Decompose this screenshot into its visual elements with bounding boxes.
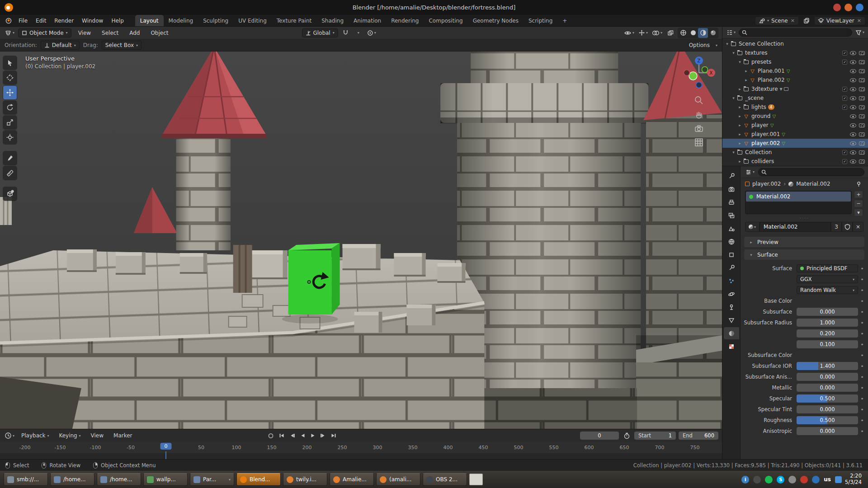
- checkbox-icon[interactable]: ✓: [842, 105, 847, 110]
- material-slot[interactable]: Material.002: [746, 192, 851, 202]
- eye-icon[interactable]: [850, 114, 856, 118]
- fake-user-shield-icon[interactable]: [842, 222, 853, 232]
- tray-icon-skype[interactable]: S: [777, 476, 784, 483]
- animate-dot[interactable]: •: [858, 428, 866, 435]
- subsurface-ior-slider[interactable]: 1.400: [797, 362, 858, 370]
- play-icon[interactable]: [308, 431, 317, 440]
- surface-shader-menu[interactable]: Principled BSDF: [797, 264, 858, 272]
- outliner-row[interactable]: ▸ 3dtexture ▼ ✓: [722, 84, 868, 94]
- timeline-editor-type-icon[interactable]: ▾: [4, 431, 15, 441]
- checkbox-icon[interactable]: ✓: [842, 51, 847, 56]
- camera-icon[interactable]: [859, 69, 865, 73]
- snap-settings-dropdown[interactable]: ▾: [354, 28, 363, 38]
- camera-icon[interactable]: [859, 141, 865, 145]
- proportional-editing-icon[interactable]: ▾: [366, 28, 377, 38]
- tab-view-layer[interactable]: [724, 209, 739, 221]
- outliner-row[interactable]: ▾ _scene ✓: [722, 94, 868, 103]
- ortho-grid-icon[interactable]: [693, 136, 705, 148]
- disclosure-icon[interactable]: ▸: [737, 87, 743, 91]
- animate-dot[interactable]: •: [858, 298, 866, 305]
- disclosure-icon[interactable]: ▸: [737, 114, 743, 118]
- taskbar-window-amali[interactable]: (amali...: [376, 473, 420, 486]
- disclosure-icon[interactable]: ▾: [724, 42, 730, 46]
- camera-icon[interactable]: [859, 78, 865, 82]
- jump-to-start-icon[interactable]: [277, 431, 286, 440]
- tab-shading[interactable]: Shading: [316, 15, 349, 26]
- menu-edit[interactable]: Edit: [32, 15, 50, 26]
- tab-object-data[interactable]: [724, 314, 739, 326]
- outliner-search-input[interactable]: [739, 28, 852, 37]
- blender-menu-icon[interactable]: [3, 15, 14, 26]
- frame-start-field[interactable]: Start1: [634, 432, 676, 440]
- titlebar-badge-blue[interactable]: [856, 4, 863, 11]
- surface-section-header[interactable]: ▾ Surface: [744, 249, 864, 260]
- timeline-ruler[interactable]: -200 -150 -100 -50 0 50 100 150 200 250 …: [0, 442, 722, 459]
- eye-icon[interactable]: [850, 87, 856, 91]
- animate-dot[interactable]: •: [858, 417, 866, 424]
- tool-add-cube[interactable]: [3, 187, 17, 201]
- subsurface-anisotropy-slider[interactable]: 0.000: [797, 373, 858, 381]
- tab-geometry-nodes[interactable]: Geometry Nodes: [468, 15, 524, 26]
- material-users-count[interactable]: 3: [831, 222, 842, 232]
- anisotropic-slider[interactable]: 0.000: [797, 427, 858, 435]
- tab-texture-paint[interactable]: Texture Paint: [272, 15, 316, 26]
- eye-icon[interactable]: [850, 141, 856, 145]
- zoom-icon[interactable]: [693, 94, 705, 106]
- shading-rendered-icon[interactable]: [708, 28, 718, 38]
- timeline-track[interactable]: [0, 453, 722, 459]
- tray-icon-spotify[interactable]: [765, 476, 773, 483]
- animate-dot[interactable]: •: [858, 330, 866, 337]
- gizmos-toggle-icon[interactable]: ▾: [637, 28, 649, 38]
- viewport-3d[interactable]: User Perspective (0) Collection | player…: [0, 52, 722, 429]
- taskbar-window-twily[interactable]: twily.i...: [283, 473, 327, 486]
- animate-dot[interactable]: •: [858, 363, 866, 370]
- animate-dot[interactable]: •: [858, 374, 866, 380]
- checkbox-icon[interactable]: ✓: [842, 87, 847, 92]
- disclosure-icon[interactable]: ▾: [731, 96, 736, 100]
- breadcrumb-object[interactable]: player.002: [752, 181, 781, 187]
- animate-dot[interactable]: •: [858, 352, 866, 359]
- tool-move[interactable]: [3, 86, 17, 99]
- camera-icon[interactable]: [859, 160, 865, 164]
- menu-object[interactable]: Object: [146, 30, 172, 36]
- tab-output[interactable]: [724, 196, 739, 208]
- tool-rotate[interactable]: [3, 101, 17, 114]
- eye-icon[interactable]: [850, 123, 856, 127]
- outliner-row[interactable]: ▾ Scene Collection: [722, 39, 868, 48]
- animate-dot[interactable]: •: [858, 319, 866, 326]
- overlays-toggle-icon[interactable]: ▾: [651, 28, 663, 38]
- material-name-field[interactable]: Material.002: [760, 222, 831, 232]
- scene-selector[interactable]: ▾ Scene ×: [755, 16, 799, 25]
- disclosure-icon[interactable]: ▸: [737, 159, 743, 164]
- frame-end-field[interactable]: End600: [679, 432, 718, 440]
- tray-icon-screenshot[interactable]: [788, 476, 796, 483]
- subsurface-radius-slider[interactable]: 0.100: [797, 340, 858, 348]
- camera-icon[interactable]: [859, 60, 865, 64]
- titlebar-badge-orange[interactable]: [844, 4, 852, 11]
- gizmo-y-axis[interactable]: [689, 72, 697, 80]
- camera-icon[interactable]: [859, 87, 865, 91]
- roughness-slider[interactable]: 0.500: [797, 416, 858, 424]
- outliner-row[interactable]: ▸ ▽ Plane.001 ▽: [722, 66, 868, 75]
- taskbar-window-amalie[interactable]: Amalie...: [330, 473, 374, 486]
- eye-icon[interactable]: [850, 51, 856, 55]
- animate-dot[interactable]: •: [858, 406, 866, 413]
- tab-scripting[interactable]: Scripting: [524, 15, 557, 26]
- subsurface-radius-slider[interactable]: 1.000: [797, 319, 858, 327]
- play-reverse-icon[interactable]: [298, 431, 307, 440]
- tab-rendering[interactable]: Rendering: [386, 15, 424, 26]
- tab-constraints[interactable]: [724, 301, 739, 313]
- disclosure-icon[interactable]: ▸: [743, 78, 749, 82]
- taskbar-window-blank[interactable]: [469, 474, 483, 485]
- animate-dot[interactable]: •: [858, 309, 866, 315]
- pan-hand-icon[interactable]: [693, 108, 705, 120]
- outliner-row[interactable]: ▾ textures ✓: [722, 48, 868, 57]
- tab-tool[interactable]: [724, 170, 739, 182]
- disclosure-icon[interactable]: ▸: [737, 141, 743, 145]
- camera-icon[interactable]: [859, 51, 865, 55]
- outliner-row[interactable]: ▸ ▽ player ▽: [722, 121, 868, 130]
- eye-icon[interactable]: [850, 160, 856, 164]
- properties-search-input[interactable]: [758, 168, 864, 176]
- eye-icon[interactable]: [850, 96, 856, 100]
- outliner-row[interactable]: ▸ ▽ player.001 ▽: [722, 130, 868, 139]
